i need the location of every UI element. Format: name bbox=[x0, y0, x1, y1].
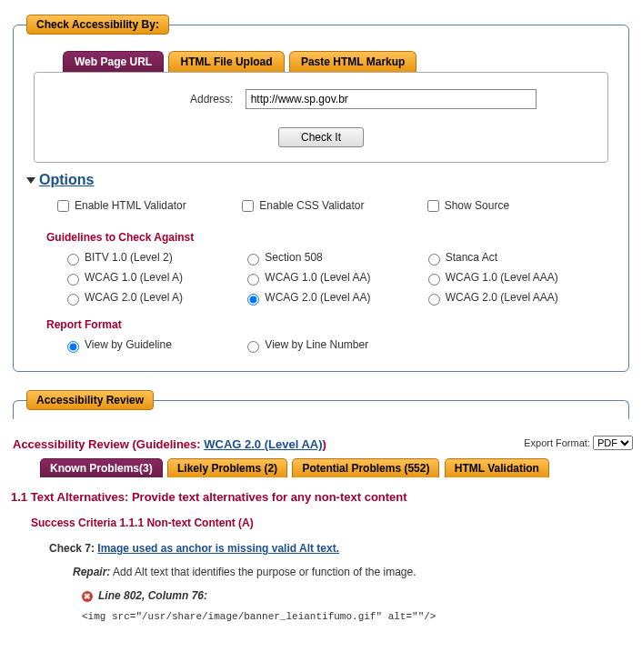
criteria-heading: Success Criteria 1.1.1 Non-text Content … bbox=[31, 517, 633, 529]
export-label: Export Format: bbox=[524, 437, 590, 448]
repair-line: Repair: Add Alt text that identifies the… bbox=[73, 566, 633, 578]
guideline-bitv[interactable]: BITV 1.0 (Level 2) bbox=[63, 251, 173, 264]
show-source-checkbox[interactable] bbox=[427, 200, 439, 212]
error-location: ✖Line 802, Column 76: bbox=[82, 589, 633, 602]
review-title-prefix: Accessibility Review (Guidelines: bbox=[13, 437, 204, 451]
review-legend: Accessibility Review bbox=[26, 390, 154, 410]
address-panel: Address: Check It bbox=[34, 72, 608, 163]
export-format: Export Format: PDF bbox=[524, 436, 633, 450]
chevron-down-icon bbox=[26, 177, 35, 184]
validator-row: Enable HTML Validator Enable CSS Validat… bbox=[26, 194, 616, 218]
report-format-heading: Report Format bbox=[46, 318, 616, 331]
enable-html-validator-checkbox[interactable] bbox=[57, 200, 69, 212]
show-source[interactable]: Show Source bbox=[424, 199, 509, 212]
tab-known-problems[interactable]: Known Problems(3) bbox=[40, 458, 163, 477]
guideline-section508[interactable]: Section 508 bbox=[243, 251, 322, 264]
enable-css-validator[interactable]: Enable CSS Validator bbox=[238, 199, 364, 212]
guideline-wcag20-a[interactable]: WCAG 2.0 (Level A) bbox=[63, 291, 183, 304]
error-icon: ✖ bbox=[82, 591, 93, 602]
accessibility-review-fieldset: Accessibility Review bbox=[13, 390, 629, 419]
report-by-guideline[interactable]: View by Guideline bbox=[63, 338, 172, 351]
guideline-wcag10-aaa[interactable]: WCAG 1.0 (Level AAA) bbox=[424, 271, 558, 284]
options-heading: Options bbox=[39, 172, 94, 187]
tab-likely-problems[interactable]: Likely Problems (2) bbox=[167, 458, 287, 477]
repair-text: Add Alt text that identifies the purpose… bbox=[110, 566, 416, 578]
tab-html-validation[interactable]: HTML Validation bbox=[445, 458, 549, 477]
guideline-wcag20-aaa[interactable]: WCAG 2.0 (Level AAA) bbox=[424, 291, 558, 304]
check-line: Check 7: Image used as anchor is missing… bbox=[49, 542, 633, 555]
review-guideline-link[interactable]: WCAG 2.0 (Level AA) bbox=[204, 437, 322, 451]
input-mode-tabs: Web Page URL HTML File Upload Paste HTML… bbox=[63, 51, 616, 72]
review-tabs: Known Problems(3) Likely Problems (2) Po… bbox=[40, 458, 633, 477]
guidelines-grid: BITV 1.0 (Level 2) Section 508 Stanca Ac… bbox=[26, 251, 616, 306]
check-it-button[interactable]: Check It bbox=[278, 127, 364, 147]
error-colon: : bbox=[204, 589, 207, 602]
tab-web-page-url[interactable]: Web Page URL bbox=[63, 51, 164, 72]
export-format-select[interactable]: PDF bbox=[593, 436, 633, 450]
address-label: Address: bbox=[105, 93, 233, 105]
report-by-line[interactable]: View by Line Number bbox=[243, 338, 368, 351]
guideline-wcag10-a[interactable]: WCAG 1.0 (Level A) bbox=[63, 271, 183, 284]
guideline-heading: 1.1 Text Alternatives: Provide text alte… bbox=[11, 490, 633, 504]
check-label: Check 7: bbox=[49, 542, 97, 555]
address-input[interactable] bbox=[246, 89, 537, 109]
check-link[interactable]: Image used as anchor is missing valid Al… bbox=[97, 542, 339, 555]
check-accessibility-fieldset: Check Accessibility By: Web Page URL HTM… bbox=[13, 15, 629, 372]
guidelines-heading: Guidelines to Check Against bbox=[46, 231, 616, 244]
check-legend: Check Accessibility By: bbox=[26, 15, 169, 35]
tab-html-file-upload[interactable]: HTML File Upload bbox=[168, 51, 284, 72]
repair-label: Repair: bbox=[73, 566, 110, 578]
tab-paste-html-markup[interactable]: Paste HTML Markup bbox=[289, 51, 416, 72]
tab-potential-problems[interactable]: Potential Problems (552) bbox=[292, 458, 439, 477]
guideline-stanca[interactable]: Stanca Act bbox=[424, 251, 497, 264]
options-toggle[interactable]: Options bbox=[26, 172, 616, 188]
code-snippet: <img src="/usr/share/image/banner_leiant… bbox=[82, 611, 633, 622]
enable-html-validator[interactable]: Enable HTML Validator bbox=[54, 199, 186, 212]
guideline-wcag20-aa[interactable]: WCAG 2.0 (Level AA) bbox=[243, 291, 370, 304]
review-header: Export Format: PDF Accessibility Review … bbox=[13, 437, 633, 451]
enable-css-validator-checkbox[interactable] bbox=[242, 200, 254, 212]
guideline-wcag10-aa[interactable]: WCAG 1.0 (Level AA) bbox=[243, 271, 370, 284]
error-ref: Line 802, Column 76 bbox=[98, 589, 204, 602]
review-title-suffix: ) bbox=[323, 437, 326, 451]
